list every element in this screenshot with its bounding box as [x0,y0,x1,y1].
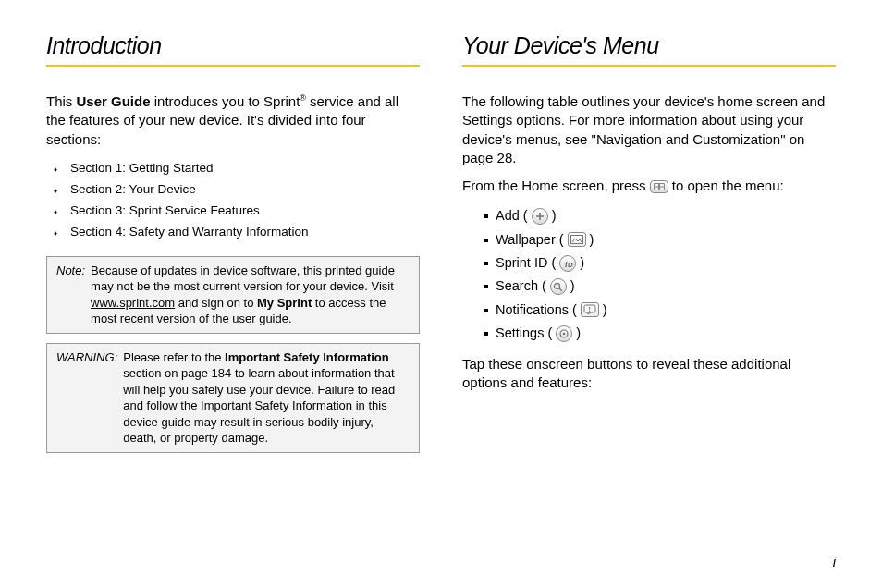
svg-rect-1 [655,184,658,187]
sections-list: Section 1: Getting Started Section 2: Yo… [46,158,420,243]
menu-item-sprint-id: Sprint ID ( iD ) [496,251,836,275]
menu-item-wallpaper: Wallpaper ( ) [496,228,836,251]
heading-device-menu: Your Device's Menu [462,32,836,59]
svg-rect-4 [660,188,664,190]
note-label: Note: [56,263,85,327]
right-column: Your Device's Menu The following table o… [462,32,836,462]
search-icon [550,278,567,295]
svg-point-13 [563,333,566,336]
warning-box: WARNING: Please refer to the Important S… [46,343,420,453]
list-item: Section 2: Your Device [70,179,420,201]
heading-introduction: Introduction [46,32,420,59]
svg-rect-3 [655,188,658,190]
svg-rect-2 [660,184,664,187]
menu-intro: The following table outlines your device… [462,92,836,167]
note-box: Note: Because of updates in device softw… [46,256,420,334]
settings-icon [556,325,572,342]
menu-item-search: Search ( ) [496,275,836,298]
notification-icon: ! [581,302,599,317]
menu-button-icon [650,180,668,193]
note-body: Because of updates in device software, t… [91,263,410,327]
left-column: Introduction This User Guide introduces … [46,32,420,462]
picture-icon [568,232,586,247]
intro-paragraph: This User Guide introduces you to Sprint… [46,92,420,149]
note-link: www.sprint.com [91,296,175,310]
svg-text:D: D [568,261,573,269]
warning-label: WARNING: [56,349,117,447]
menu-item-add: Add ( ) [496,204,836,227]
plus-icon [532,208,548,225]
id-icon: iD [559,255,576,272]
list-item: Section 3: Sprint Service Features [70,201,420,222]
list-item: Section 1: Getting Started [70,158,420,179]
tap-paragraph: Tap these onscreen buttons to reveal the… [462,355,836,393]
page-number: i [833,554,836,570]
divider [46,65,420,67]
menu-items-list: Add ( ) Wallpaper ( ) Sprint ID ( iD ) S… [462,204,836,345]
list-item: Section 4: Safety and Warranty Informati… [70,222,420,243]
svg-point-8 [555,283,560,288]
menu-item-settings: Settings ( ) [496,322,836,345]
svg-text:!: ! [588,306,590,312]
svg-line-9 [559,288,562,291]
warning-body: Please refer to the Important Safety Inf… [123,349,410,447]
menu-item-notifications: Notifications ( ! ) [496,299,836,322]
divider [462,65,836,67]
from-home: From the Home screen, press to open the … [462,177,836,195]
